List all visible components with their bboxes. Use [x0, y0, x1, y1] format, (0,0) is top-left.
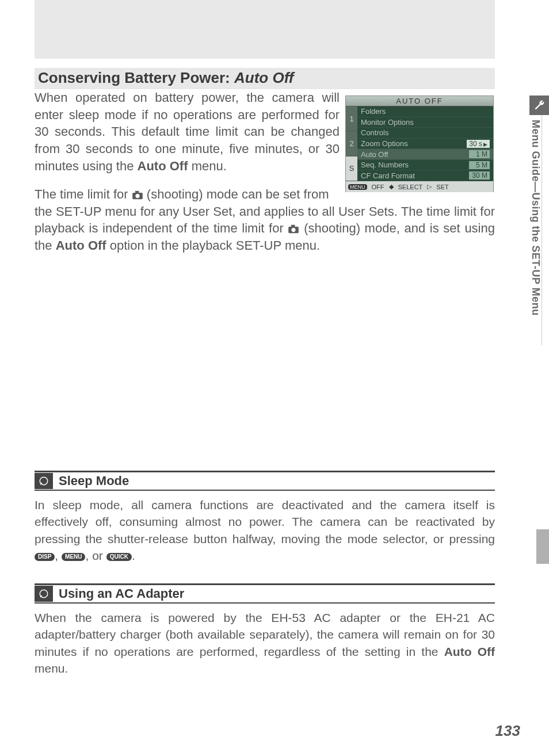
menu-item-label: Controls	[361, 128, 388, 137]
callout2-text-a: When the camera is powered by the EH-53 …	[35, 611, 495, 658]
note-icon	[35, 586, 53, 602]
menu-footer-off: OFF	[372, 184, 384, 190]
para1-bold: Auto Off	[138, 159, 188, 173]
menu-item-label: Seq. Numbers	[361, 161, 409, 169]
menu-item-controls: Controls	[357, 128, 493, 139]
para2-line1-a: The time limit for	[35, 187, 132, 201]
svg-point-2	[135, 194, 139, 198]
callout1-text-a: In sleep mode, all camera functions are …	[35, 498, 495, 545]
menu-item-label: Folders	[361, 107, 386, 116]
disp-button-icon: DISP	[35, 553, 55, 561]
menu-item-value: 5 M	[469, 161, 490, 169]
page-number: 133	[495, 722, 520, 740]
menu-tab-2: 2	[346, 131, 357, 156]
callout-header: Sleep Mode	[35, 471, 495, 491]
menu-footer: MENU OFF ◆SELECT ▷ SET	[346, 181, 493, 192]
intro-paragraph: When operated on battery power, the came…	[35, 89, 340, 174]
menu-list: Folders Monitor Options Controls Zoom Op…	[357, 106, 493, 181]
callout-sleep-mode: Sleep Mode In sleep mode, all camera fun…	[35, 471, 495, 564]
menu-sidebar: 1 2 S	[346, 106, 357, 181]
side-tab-label: Menu Guide—Using the SET-UP Menu	[529, 115, 542, 345]
header-gray-block	[35, 0, 495, 59]
menu-item-label: Auto Off	[361, 150, 388, 159]
para1-text-b: menu.	[188, 159, 227, 173]
heading-text: Conserving Battery Power:	[38, 69, 234, 86]
menu-item-zoom: Zoom Options30 s	[357, 139, 493, 150]
menu-footer-set: SET	[436, 184, 448, 190]
camera-menu-screenshot: AUTO OFF 1 2 S Folders Monitor Options C…	[345, 96, 494, 192]
menu-item-cfformat: CF Card Format30 M	[357, 170, 493, 181]
callout-body: In sleep mode, all camera functions are …	[35, 491, 495, 564]
menu-item-folders: Folders	[357, 106, 493, 117]
note-icon	[35, 473, 53, 489]
menu-item-autooff: Auto Off1 M	[357, 149, 493, 160]
menu-footer-menu-btn: MENU	[348, 184, 367, 190]
callout-title: Using an AC Adapter	[59, 585, 184, 602]
menu-item-label: CF Card Format	[361, 171, 415, 180]
para2-rest-c: option in the playback SET-UP menu.	[106, 238, 320, 253]
quick-button-icon: QUICK	[106, 553, 132, 561]
menu-item-monitor: Monitor Options	[357, 117, 493, 128]
menu-tab-s: S	[346, 156, 357, 181]
menu-item-label: Monitor Options	[361, 118, 414, 127]
menu-item-value: 30 s	[467, 140, 490, 148]
callout2-text-b: menu.	[35, 662, 68, 675]
menu-item-value: 1 M	[469, 150, 490, 158]
callout-body: When the camera is powered by the EH-53 …	[35, 604, 495, 677]
para2-bold: Auto Off	[56, 238, 106, 253]
menu-footer-set-icon: ▷	[427, 183, 432, 190]
menu-item-seqnum: Seq. Numbers5 M	[357, 160, 493, 171]
svg-rect-1	[135, 191, 139, 193]
callout2-bold: Auto Off	[444, 645, 495, 658]
callout-ac-adapter: Using an AC Adapter When the camera is p…	[35, 583, 495, 677]
callout-title: Sleep Mode	[59, 472, 129, 490]
callout1-text-b: .	[132, 549, 135, 562]
menu-body: 1 2 S Folders Monitor Options Controls Z…	[346, 106, 493, 181]
heading-em: Auto Off	[234, 69, 294, 86]
wrench-icon	[529, 96, 549, 115]
section-heading: Conserving Battery Power: Auto Off	[35, 68, 495, 89]
para2-line1-b: (shooting) mode can be set from	[147, 187, 329, 201]
menu-title: AUTO OFF	[346, 96, 493, 106]
callout1-sep2: , or	[85, 549, 106, 562]
side-tab: Menu Guide—Using the SET-UP Menu	[529, 96, 549, 349]
callout1-sep1: ,	[55, 549, 62, 562]
camera-icon	[132, 187, 143, 196]
callout-header: Using an AC Adapter	[35, 583, 495, 604]
svg-point-5	[292, 228, 296, 232]
menu-tab-1: 1	[346, 106, 357, 131]
menu-item-label: Zoom Options	[361, 139, 408, 148]
detail-paragraph: The time limit for (shooting) mode can b…	[35, 186, 495, 254]
menu-item-value: 30 M	[469, 171, 490, 180]
svg-rect-4	[291, 225, 295, 227]
camera-icon	[288, 221, 299, 230]
scroll-indicator	[536, 529, 549, 564]
menu-footer-select: SELECT	[398, 184, 423, 190]
menu-footer-select-icon: ◆	[389, 183, 394, 190]
menu-button-icon: MENU	[62, 553, 85, 561]
